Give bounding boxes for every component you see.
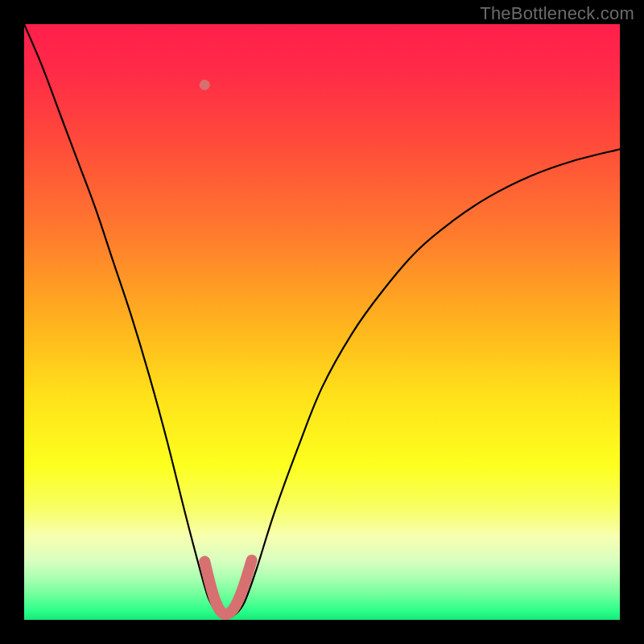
watermark-text: TheBottleneck.com (480, 3, 634, 24)
valley-band (204, 560, 251, 614)
chart-frame: TheBottleneck.com (0, 0, 644, 644)
valley-marker-dot (200, 80, 210, 90)
plot-area (24, 24, 620, 620)
bottleneck-curve (24, 24, 620, 617)
curve-layer (24, 24, 620, 620)
